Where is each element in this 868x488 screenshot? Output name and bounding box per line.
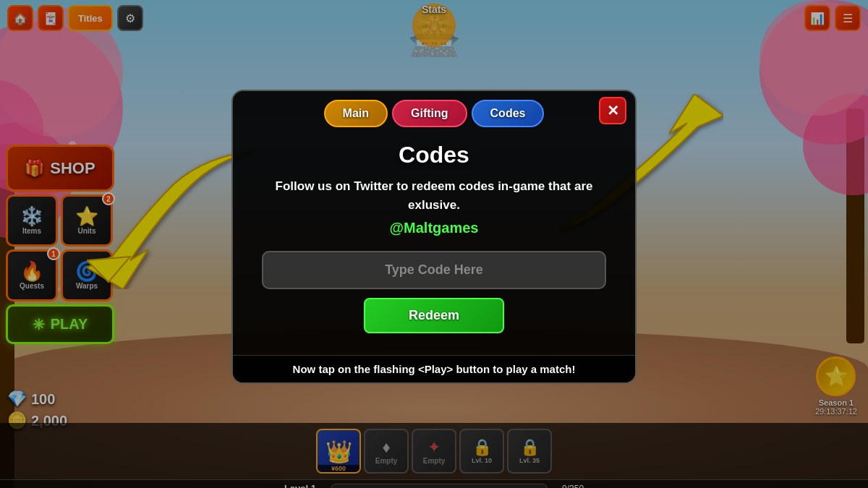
- tab-main-button[interactable]: Main: [324, 100, 388, 127]
- modal-overlay: Main Gifting Codes ✕ Codes Follow us on …: [0, 0, 868, 488]
- hint-text: Now tap on the flashing <Play> button to…: [233, 355, 635, 382]
- modal-title: Codes: [262, 142, 606, 168]
- modal-tabs: Main Gifting Codes ✕: [233, 91, 635, 127]
- twitter-handle[interactable]: @Maltgames: [262, 220, 606, 236]
- tab-gifting-button[interactable]: Gifting: [392, 100, 467, 127]
- code-input[interactable]: [262, 251, 606, 289]
- tab-codes-button[interactable]: Codes: [472, 100, 545, 127]
- close-modal-button[interactable]: ✕: [599, 97, 626, 124]
- modal-body: Codes Follow us on Twitter to redeem cod…: [233, 127, 635, 355]
- redeem-button[interactable]: Redeem: [364, 298, 504, 333]
- codes-modal: Main Gifting Codes ✕ Codes Follow us on …: [231, 90, 637, 384]
- modal-description: Follow us on Twitter to redeem codes in-…: [262, 177, 606, 214]
